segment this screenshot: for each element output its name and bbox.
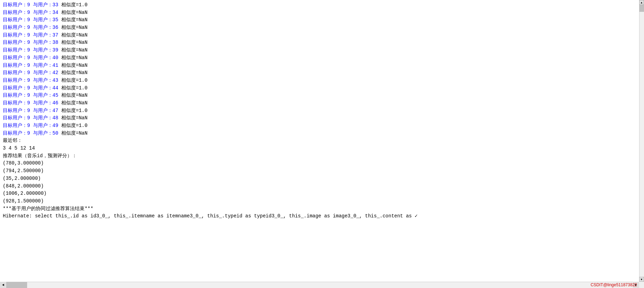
target-user-label: 目标用户：9: [3, 93, 30, 98]
with-user-label: 与用户：50: [33, 130, 58, 136]
recommendation-value: (928,1.500000): [3, 198, 44, 204]
target-user-label: 目标用户：9: [3, 70, 30, 75]
with-user-label: 与用户：48: [33, 115, 58, 121]
target-user-label: 目标用户：9: [3, 47, 30, 53]
target-user-label: 目标用户：9: [3, 78, 30, 83]
similarity-value: 相似度=NaN: [61, 130, 88, 136]
target-user-label: 目标用户：9: [3, 85, 30, 91]
similarity-value: 相似度=NaN: [61, 70, 88, 75]
target-user-label: 目标用户：9: [3, 115, 30, 121]
horizontal-scrollbar[interactable]: ◄ ►: [0, 282, 644, 288]
similarity-value: 相似度=NaN: [61, 55, 88, 61]
recommendation-item: (928,1.500000): [3, 198, 637, 205]
with-user-label: 与用户：45: [33, 93, 58, 98]
similarity-row: 目标用户：9 与用户：34 相似度=NaN: [3, 9, 637, 17]
with-user-label: 与用户：47: [33, 108, 58, 113]
with-user-label: 与用户：35: [33, 17, 58, 23]
similarity-value: 相似度=NaN: [61, 25, 88, 30]
nearest-label-line: 最近邻：: [3, 137, 637, 145]
target-user-label: 目标用户：9: [3, 25, 30, 30]
scrollbar-corner: [639, 282, 644, 288]
with-user-label: 与用户：39: [33, 47, 58, 53]
with-user-label: 与用户：44: [33, 85, 58, 91]
similarity-row: 目标用户：9 与用户：47 相似度=1.0: [3, 107, 637, 115]
with-user-label: 与用户：38: [33, 40, 58, 45]
hibernate-line: Hibernate: select this_.id as id3_0_, th…: [3, 213, 637, 220]
recommendation-value: (35,2.000000): [3, 176, 41, 181]
similarity-row: 目标用户：9 与用户：43 相似度=1.0: [3, 77, 637, 85]
horizontal-scroll-thumb[interactable]: [6, 282, 27, 288]
neighbors-values: 3 4 5 12 14: [3, 145, 35, 151]
similarity-value: 相似度=NaN: [61, 115, 88, 121]
with-user-label: 与用户：40: [33, 55, 58, 61]
with-user-label: 与用户：46: [33, 100, 58, 106]
similarity-row: 目标用户：9 与用户：48 相似度=NaN: [3, 114, 637, 122]
recommendation-item: (848,2.000000): [3, 183, 637, 190]
hibernate-text: Hibernate: select this_.id as id3_0_, th…: [3, 213, 418, 219]
similarity-row: 目标用户：9 与用户：33 相似度=1.0: [3, 1, 637, 9]
similarity-value: 相似度=NaN: [61, 63, 88, 68]
similarity-row: 目标用户：9 与用户：40 相似度=NaN: [3, 54, 637, 62]
similarity-value: 相似度=1.0: [61, 78, 88, 83]
recommend-header: 推荐结果（音乐id，预测评分）：: [3, 153, 77, 159]
similarity-value: 相似度=NaN: [61, 10, 88, 15]
similarity-row: 目标用户：9 与用户：39 相似度=NaN: [3, 47, 637, 54]
similarity-value: 相似度=NaN: [61, 93, 88, 98]
vertical-scroll-thumb[interactable]: [639, 5, 644, 12]
similarity-value: 相似度=NaN: [61, 17, 88, 23]
with-user-label: 与用户：33: [33, 2, 58, 8]
console-output: 目标用户：9 与用户：33 相似度=1.0目标用户：9 与用户：34 相似度=N…: [0, 0, 644, 222]
scroll-left-button[interactable]: ◄: [0, 282, 6, 288]
target-user-label: 目标用户：9: [3, 63, 30, 68]
watermark-label: CSDIT@linge511873822: [590, 282, 637, 287]
similarity-value: 相似度=1.0: [61, 123, 88, 128]
target-user-label: 目标用户：9: [3, 32, 30, 38]
target-user-label: 目标用户：9: [3, 100, 30, 106]
target-user-label: 目标用户：9: [3, 130, 30, 136]
recommendation-items-container: (780,3.000000)(794,2.500000)(35,2.000000…: [3, 160, 637, 205]
similarity-value: 相似度=NaN: [61, 32, 88, 38]
similarity-row: 目标用户：9 与用户：44 相似度=1.0: [3, 85, 637, 92]
similarity-row: 目标用户：9 与用户：45 相似度=NaN: [3, 92, 637, 99]
similarity-row: 目标用户：9 与用户：49 相似度=1.0: [3, 122, 637, 130]
recommendation-value: (1006,2.000000): [3, 191, 47, 196]
target-user-label: 目标用户：9: [3, 40, 30, 45]
target-user-label: 目标用户：9: [3, 2, 30, 8]
similarity-row: 目标用户：9 与用户：46 相似度=NaN: [3, 99, 637, 107]
target-user-label: 目标用户：9: [3, 55, 30, 61]
similarity-value: 相似度=1.0: [61, 108, 88, 113]
similarity-row: 目标用户：9 与用户：35 相似度=NaN: [3, 16, 637, 24]
target-user-label: 目标用户：9: [3, 108, 30, 113]
similarity-value: 相似度=NaN: [61, 40, 88, 45]
with-user-label: 与用户：43: [33, 78, 58, 83]
scroll-up-button[interactable]: ▲: [639, 0, 644, 5]
recommendation-item: (35,2.000000): [3, 175, 637, 183]
target-user-label: 目标用户：9: [3, 123, 30, 128]
similarity-row: 目标用户：9 与用户：38 相似度=NaN: [3, 39, 637, 47]
similarity-row: 目标用户：9 与用户：37 相似度=NaN: [3, 32, 637, 39]
vertical-scrollbar[interactable]: ▲ ▼: [639, 0, 644, 288]
similarity-rows-container: 目标用户：9 与用户：33 相似度=1.0目标用户：9 与用户：34 相似度=N…: [3, 1, 637, 137]
with-user-label: 与用户：42: [33, 70, 58, 75]
similarity-value: 相似度=1.0: [61, 2, 88, 8]
nearest-label: 最近邻：: [3, 138, 22, 143]
with-user-label: 与用户：37: [33, 32, 58, 38]
target-user-label: 目标用户：9: [3, 17, 30, 23]
with-user-label: 与用户：49: [33, 123, 58, 128]
neighbors-row: 3 4 5 12 14: [3, 145, 637, 152]
recommendation-value: (848,2.000000): [3, 183, 44, 189]
similarity-row: 目标用户：9 与用户：42 相似度=NaN: [3, 69, 637, 77]
similarity-value: 相似度=1.0: [61, 85, 88, 91]
recommend-header-line: 推荐结果（音乐id，预测评分）：: [3, 152, 637, 160]
scroll-down-button[interactable]: ▼: [639, 277, 644, 282]
with-user-label: 与用户：34: [33, 10, 58, 15]
with-user-label: 与用户：36: [33, 25, 58, 30]
target-user-label: 目标用户：9: [3, 10, 30, 15]
similarity-row: 目标用户：9 与用户：50 相似度=NaN: [3, 130, 637, 137]
recommendation-item: (794,2.500000): [3, 167, 637, 175]
recommendation-value: (780,3.000000): [3, 160, 44, 166]
similarity-value: 相似度=NaN: [61, 47, 88, 53]
recommendation-value: (794,2.500000): [3, 168, 44, 174]
with-user-label: 与用户：41: [33, 63, 58, 68]
end-marker-text: ***基于用户的协同过滤推荐算法结束***: [3, 206, 93, 211]
